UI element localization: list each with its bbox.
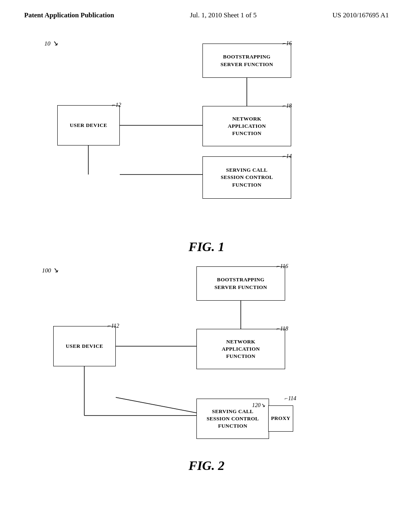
fig1-bsf-box: BOOTSTRAPPING SERVER FUNCTION [202,44,291,78]
fig2-area: 100 ↘ BOOTSTRAPPING SERVER FUNCTION ⌐116… [0,258,413,473]
fig1-area: 10 ↘ BOOTSTRAPPING SERVER FUNCTION ⌐16 N… [0,31,413,254]
fig1-bsf-ref: ⌐16 [282,40,292,47]
fig1-container: 10 ↘ BOOTSTRAPPING SERVER FUNCTION ⌐16 N… [33,31,380,237]
header-patent-number: US 2010/167695 A1 [332,11,389,19]
fig1-scscf-ref: ⌐14 [282,153,292,160]
fig2-proxy-ref: 120↘ [252,402,265,409]
fig2-label: FIG. 2 [0,458,413,473]
fig1-label: FIG. 1 [0,239,413,254]
fig1-naf-ref: ⌐18 [282,103,292,109]
fig2-bsf-ref: ⌐116 [276,263,288,270]
fig1-user-box: USER DEVICE [57,105,120,145]
fig2-naf-box: NETWORK APPLICATION FUNCTION [196,329,285,369]
page-header: Patent Application Publication Jul. 1, 2… [0,0,413,19]
fig2-user-ref: ⌐112 [107,323,119,329]
fig1-diagram-number: 10 ↘ [44,39,58,48]
fig2-scscf-ref: ⌐114 [284,395,296,402]
fig2-diagram-number: 100 ↘ [42,266,58,274]
fig2-naf-ref: ⌐118 [276,326,288,332]
fig1-scscf-box: SERVING CALL SESSION CONTROL FUNCTION [202,156,291,199]
fig2-user-box: USER DEVICE [53,326,116,366]
header-date-sheet: Jul. 1, 2010 Sheet 1 of 5 [190,11,257,19]
fig2-bsf-box: BOOTSTRAPPING SERVER FUNCTION [196,266,285,301]
fig2-proxy-box: PROXY [268,405,293,432]
fig1-user-ref: ⌐12 [112,102,121,108]
fig2-container: 100 ↘ BOOTSTRAPPING SERVER FUNCTION ⌐116… [33,258,380,456]
header-publication: Patent Application Publication [24,11,114,19]
fig1-naf-box: NETWORK APPLICATION FUNCTION [202,106,291,146]
